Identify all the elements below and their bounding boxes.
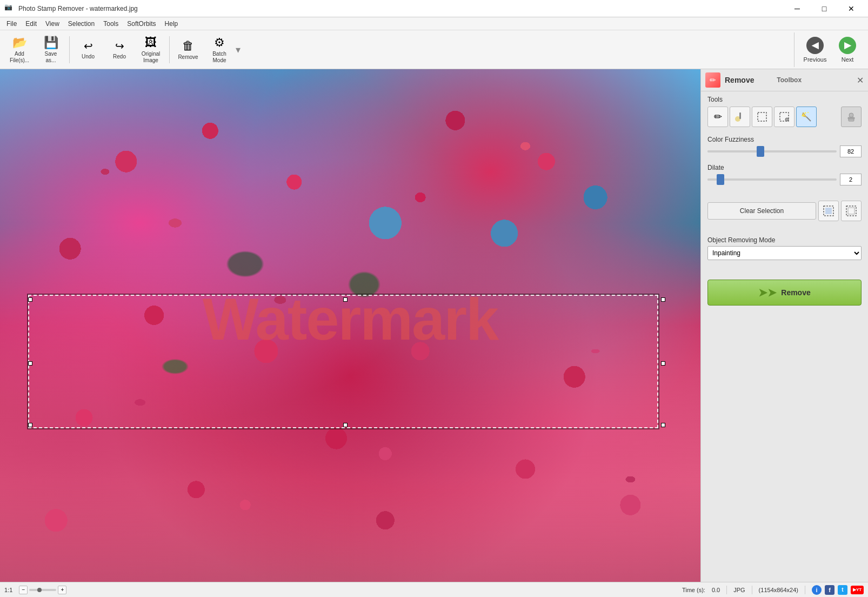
zoom-slider[interactable] — [29, 589, 56, 591]
menu-bar: File Edit View Selection Tools SoftOrbit… — [0, 17, 868, 30]
handle-bl[interactable] — [28, 423, 32, 427]
save-as-button[interactable]: 💾 Saveas... — [36, 32, 66, 67]
close-button[interactable]: ✕ — [839, 0, 864, 17]
add-files-icon: 📂 — [12, 36, 27, 50]
image-dimensions: (1154x864x24) — [759, 587, 798, 593]
color-fuzziness-thumb[interactable] — [757, 146, 764, 157]
youtube-icon[interactable]: ▶YT — [851, 586, 864, 594]
svg-point-7 — [805, 112, 806, 114]
stamp-tool-button[interactable] — [841, 107, 862, 127]
time-label: Time (s): — [682, 587, 705, 593]
clear-selection-button[interactable]: Clear Selection — [707, 202, 816, 220]
next-button[interactable]: ▶ Next — [831, 32, 864, 67]
minimize-button[interactable]: ─ — [785, 0, 810, 17]
add-files-label: AddFile(s)... — [10, 51, 29, 64]
menu-tools[interactable]: Tools — [99, 19, 123, 29]
zoom-controls: − + — [19, 586, 66, 594]
select-all-button[interactable] — [818, 201, 839, 221]
info-icon[interactable]: i — [812, 585, 822, 595]
menu-help[interactable]: Help — [161, 19, 183, 29]
nav-area: ◀ Previous ▶ Next — [794, 32, 864, 67]
next-circle-icon: ▶ — [839, 37, 856, 54]
facebook-icon[interactable]: f — [825, 585, 834, 595]
menu-edit[interactable]: Edit — [21, 19, 41, 29]
color-fuzziness-section: Color Fuzziness 82 Dilate 2 — [701, 131, 868, 196]
menu-file[interactable]: File — [2, 19, 21, 29]
undo-button[interactable]: ↩ Undo — [73, 32, 103, 67]
next-label: Next — [842, 56, 854, 63]
remove-button-label: Remove — [781, 288, 810, 297]
tools-grid: ✏ — [707, 107, 862, 127]
save-as-label: Saveas... — [45, 51, 57, 64]
mode-select-row: Inpainting Content Aware Fill Clone Stam… — [707, 246, 862, 260]
clear-selection-section: Clear Selection — [701, 196, 868, 232]
main-area: Watermark ✏ Remove Toolbox ✕ Tools ✏ — [0, 69, 868, 582]
tools-label: Tools — [707, 96, 862, 103]
toolbox-close-button[interactable]: ✕ — [857, 75, 864, 85]
previous-label: Previous — [804, 56, 827, 63]
dilate-value[interactable]: 2 — [840, 174, 862, 185]
mode-select[interactable]: Inpainting Content Aware Fill Clone Stam… — [707, 246, 862, 260]
object-removing-mode-section: Object Removing Mode Inpainting Content … — [701, 232, 868, 271]
remove-toolbar-button[interactable]: 🗑 Remove — [173, 32, 203, 67]
twitter-icon[interactable]: t — [838, 585, 847, 595]
time-value: 0.0 — [712, 587, 720, 593]
window-title: Photo Stamp Remover - watermarked.jpg — [18, 5, 785, 12]
tools-section: Tools ✏ — [701, 91, 868, 131]
deselect-button[interactable] — [841, 201, 862, 221]
redo-button[interactable]: ↪ Redo — [104, 32, 135, 67]
dilate-label: Dilate — [707, 164, 862, 171]
color-fuzziness-track[interactable] — [707, 150, 837, 152]
svg-rect-16 — [848, 208, 854, 214]
undo-label: Undo — [82, 54, 95, 60]
handle-tr[interactable] — [661, 297, 665, 302]
svg-rect-14 — [825, 208, 832, 214]
marquee-tool-button[interactable] — [752, 107, 772, 127]
toolbox-header: ✏ Remove Toolbox ✕ — [701, 69, 868, 91]
image-canvas[interactable]: Watermark — [0, 69, 700, 582]
handle-br[interactable] — [661, 423, 665, 427]
original-image-button[interactable]: 🖼 OriginalImage — [136, 32, 166, 67]
toolbox-section-title: Remove — [725, 76, 754, 84]
brush-tool-button[interactable] — [730, 107, 750, 127]
add-files-button[interactable]: 📂 AddFile(s)... — [4, 32, 35, 67]
zoom-in-button[interactable]: + — [58, 586, 66, 594]
batch-mode-button[interactable]: ⚙ BatchMode — [204, 32, 235, 67]
color-fuzziness-row: Color Fuzziness 82 — [707, 136, 862, 157]
menu-softorbits[interactable]: SoftOrbits — [123, 19, 160, 29]
status-divider-2 — [752, 586, 752, 594]
window-controls: ─ □ ✕ — [785, 0, 864, 17]
toolbar-more-icon[interactable]: ▾ — [236, 44, 241, 56]
marquee-tool-button2[interactable] — [774, 107, 794, 127]
handle-bm[interactable] — [343, 423, 348, 427]
handle-tm[interactable] — [343, 297, 348, 302]
title-bar: 📷 Photo Stamp Remover - watermarked.jpg … — [0, 0, 868, 17]
maximize-button[interactable]: □ — [812, 0, 837, 17]
previous-button[interactable]: ◀ Previous — [799, 32, 831, 67]
object-removing-mode-label: Object Removing Mode — [707, 236, 862, 244]
redo-icon: ↪ — [115, 39, 124, 52]
watermark-selection — [28, 295, 658, 428]
svg-rect-1 — [739, 112, 741, 119]
leaves-overlay — [0, 69, 700, 582]
pencil-tool-button[interactable]: ✏ — [707, 107, 728, 127]
handle-mr[interactable] — [661, 361, 665, 366]
handle-ml[interactable] — [28, 361, 32, 366]
zoom-out-button[interactable]: − — [19, 586, 28, 594]
status-bar: 1:1 − + Time (s): 0.0 JPG (1154x864x24) … — [0, 582, 868, 597]
magic-wand-button[interactable] — [796, 107, 817, 127]
color-fuzziness-fill — [707, 150, 760, 152]
handle-tl[interactable] — [28, 297, 32, 302]
remove-toolbar-label: Remove — [178, 54, 198, 61]
dilate-track[interactable] — [707, 178, 837, 181]
remove-button[interactable]: ➤➤ Remove — [707, 280, 862, 306]
toolbar-sep-2 — [169, 36, 170, 63]
status-divider-3 — [805, 586, 805, 594]
menu-view[interactable]: View — [41, 19, 64, 29]
canvas-area[interactable]: Watermark — [0, 69, 700, 582]
previous-circle-icon: ◀ — [806, 37, 824, 54]
menu-selection[interactable]: Selection — [64, 19, 99, 29]
dilate-thumb[interactable] — [717, 174, 724, 185]
color-fuzziness-value[interactable]: 82 — [840, 145, 862, 157]
toolbar: 📂 AddFile(s)... 💾 Saveas... ↩ Undo ↪ Red… — [0, 30, 868, 69]
